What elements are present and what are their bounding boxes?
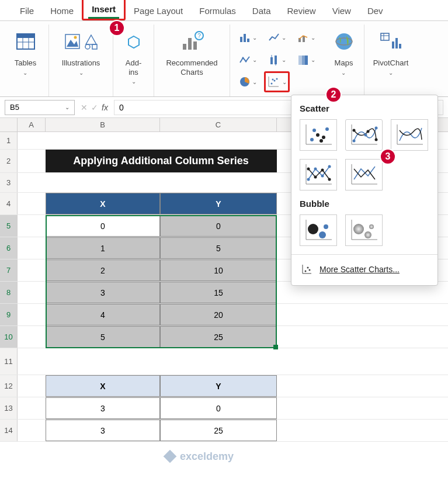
scatter-heading: Scatter	[300, 103, 429, 113]
row-header-12[interactable]: 12	[0, 375, 18, 397]
cell-C6[interactable]: 5	[160, 237, 277, 259]
row-header-14[interactable]: 14	[0, 420, 18, 441]
svg-rect-30	[305, 56, 308, 65]
svg-point-83	[353, 224, 364, 234]
cell-B9[interactable]: 4	[46, 304, 160, 325]
tab-pagelayout[interactable]: Page Layout	[126, 1, 191, 20]
tab-formulas[interactable]: Formulas	[191, 1, 244, 20]
row-header-8[interactable]: 8	[0, 282, 18, 303]
svg-rect-29	[302, 56, 305, 65]
line-chart-btn[interactable]: ⌄	[264, 27, 290, 48]
row-header-2[interactable]: 2	[0, 150, 18, 172]
group-pivotchart[interactable]: PivotChart⌄	[364, 25, 417, 96]
cell-C10[interactable]: 25	[160, 326, 277, 348]
table2-head-y[interactable]: Y	[160, 375, 277, 397]
tab-data[interactable]: Data	[244, 1, 279, 20]
tab-home[interactable]: Home	[42, 1, 82, 20]
cell-B7[interactable]: 2	[46, 259, 160, 281]
tab-insert[interactable]: Insert	[82, 0, 126, 20]
cell-C9[interactable]: 20	[160, 304, 277, 325]
row-header-7[interactable]: 7	[0, 259, 18, 281]
table2-head-x[interactable]: X	[46, 375, 160, 397]
more-scatter-label: More Scatter Charts...	[319, 265, 400, 274]
tab-dev[interactable]: Dev	[359, 1, 391, 20]
row-14: 14 3 25	[0, 420, 448, 442]
svg-marker-6	[67, 40, 78, 47]
tab-file[interactable]: File	[12, 1, 42, 20]
cell-B13[interactable]: 3	[46, 397, 160, 419]
enter-icon[interactable]: ✓	[91, 103, 98, 112]
tab-view[interactable]: View	[324, 1, 359, 20]
combo-chart-btn[interactable]: ⌄	[293, 27, 319, 48]
svg-point-53	[319, 139, 323, 143]
cell-C13[interactable]: 0	[160, 397, 277, 419]
fx-controls: ✕ ✓ fx	[78, 103, 110, 112]
callout-badge-1: 1	[109, 20, 125, 36]
group-illustrations[interactable]: Illustrations⌄	[49, 25, 113, 96]
cell-B8[interactable]: 3	[46, 282, 160, 303]
scatter-chart-btn[interactable]: ⌄	[264, 71, 290, 92]
bubble-2d[interactable]	[300, 214, 337, 246]
bubble-3d[interactable]	[345, 214, 383, 246]
svg-point-50	[312, 129, 316, 132]
title-cell[interactable]: Applying Additional Column Series	[46, 150, 277, 172]
svg-point-85	[369, 224, 374, 229]
scatter-smooth-lines-markers[interactable]	[345, 119, 383, 151]
maps-label: Maps	[335, 58, 353, 67]
select-all-corner[interactable]	[0, 118, 18, 131]
row-header-1[interactable]: 1	[0, 132, 18, 149]
svg-point-71	[314, 176, 317, 179]
tab-review[interactable]: Review	[279, 1, 324, 20]
group-tables[interactable]: Tables⌄	[2, 25, 49, 96]
col-header-A[interactable]: A	[18, 118, 46, 131]
recommended-charts-icon: ?	[179, 27, 205, 56]
svg-point-37	[272, 79, 274, 81]
row-header-13[interactable]: 13	[0, 397, 18, 419]
column-chart-btn[interactable]: ⌄	[235, 27, 261, 48]
fx-icon[interactable]: fx	[102, 103, 108, 112]
cell-C8[interactable]: 15	[160, 282, 277, 303]
name-box-value: B5	[10, 103, 19, 112]
table1-head-x[interactable]: X	[46, 193, 160, 214]
svg-point-23	[245, 61, 247, 63]
row-header-11[interactable]: 11	[0, 348, 18, 375]
col-header-B[interactable]: B	[46, 118, 160, 131]
cell-B10[interactable]: 5	[46, 326, 160, 348]
col-header-C[interactable]: C	[160, 118, 277, 131]
row-header-5[interactable]: 5	[0, 215, 18, 237]
svg-rect-24	[270, 57, 273, 64]
group-recommended-charts[interactable]: ? Recommended Charts	[154, 25, 230, 96]
addins-label: Add- ins	[126, 58, 141, 77]
ribbon-tabs: File Home Insert Page Layout Formulas Da…	[0, 0, 448, 21]
svg-rect-28	[298, 56, 302, 65]
cell-B5[interactable]: 0	[46, 215, 160, 237]
row-header-9[interactable]: 9	[0, 304, 18, 325]
more-scatter-charts[interactable]: More Scatter Charts...	[300, 258, 429, 282]
cell-C5[interactable]: 0	[160, 215, 277, 237]
cell-B6[interactable]: 1	[46, 237, 160, 259]
svg-rect-17	[240, 37, 242, 42]
cell-C7[interactable]: 10	[160, 259, 277, 281]
row-header-4[interactable]: 4	[0, 193, 18, 214]
scatter-straight-lines-markers[interactable]	[300, 159, 337, 190]
pie-chart-btn[interactable]: ⌄	[235, 71, 261, 92]
table1-head-y[interactable]: Y	[160, 193, 277, 214]
statistic-chart-btn[interactable]: ⌄	[264, 49, 290, 70]
scatter-smooth-lines[interactable]	[391, 119, 428, 151]
group-maps[interactable]: Maps⌄	[324, 25, 364, 96]
name-box[interactable]: B5 ⌄	[5, 100, 75, 115]
scatter-straight-lines[interactable]	[345, 159, 383, 190]
cell-B14[interactable]: 3	[46, 420, 160, 441]
cancel-icon[interactable]: ✕	[81, 103, 88, 112]
area-chart-btn[interactable]: ⌄	[235, 49, 261, 70]
svg-point-22	[242, 57, 244, 59]
scatter-markers-only[interactable]	[300, 119, 337, 151]
row-header-3[interactable]: 3	[0, 173, 18, 192]
map-chart-btn[interactable]: ⌄	[293, 49, 319, 70]
row-header-10[interactable]: 10	[0, 326, 18, 348]
cell-C14[interactable]: 25	[160, 420, 277, 441]
chevron-down-icon[interactable]: ⌄	[65, 104, 70, 110]
svg-point-7	[74, 36, 77, 39]
row-header-6[interactable]: 6	[0, 237, 18, 259]
scatter-icon	[301, 263, 314, 276]
